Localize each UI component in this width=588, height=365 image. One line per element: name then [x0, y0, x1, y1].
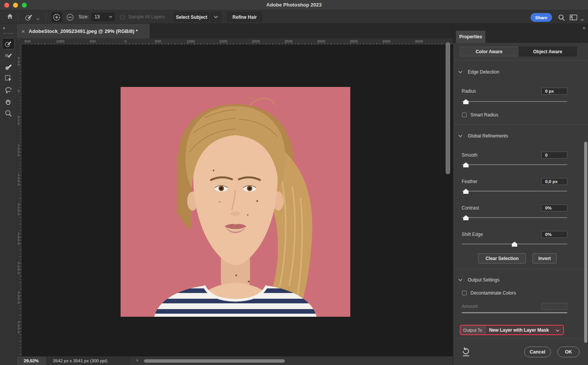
title-bar: Adobe Photoshop 2023 [0, 0, 588, 10]
output-to-label: Output To [461, 326, 485, 334]
radius-input[interactable]: 0 px [541, 88, 567, 95]
panel-grip[interactable] [3, 33, 13, 34]
output-settings-header[interactable]: Output Settings [458, 277, 500, 283]
chevron-down-icon[interactable] [555, 327, 563, 334]
h-ruler-label: 1000 [56, 39, 64, 43]
vertical-ruler-labels: 5 0 005 0 01 0 0 01 5 0 02 0 0 02 5 0 03… [17, 45, 22, 356]
decontaminate-colors-label: Decontaminate Colors [470, 290, 516, 296]
feather-slider-thumb[interactable] [463, 189, 469, 194]
tool-object-selection[interactable] [2, 73, 14, 84]
decontaminate-colors-row[interactable]: Decontaminate Colors [462, 290, 516, 296]
search-icon[interactable] [558, 14, 565, 23]
smart-radius-checkbox[interactable] [462, 113, 467, 117]
tool-brush[interactable] [2, 62, 14, 72]
object-aware-button[interactable]: Object Aware [518, 47, 577, 56]
section-title: Global Refinements [468, 133, 508, 139]
invert-button[interactable]: Invert [532, 253, 557, 264]
divider [453, 60, 588, 61]
subtract-from-selection-button[interactable] [65, 12, 75, 22]
status-bar: 29,02% 3542 px x 3541 px (300 ppi) › [17, 356, 453, 365]
v-ruler-label: 3 5 0 0 [18, 291, 20, 304]
h-ruler-label: 1500 [219, 39, 227, 43]
portrait-image [121, 87, 350, 317]
v-ruler-label: 1 0 0 0 [18, 144, 20, 157]
amount-input-disabled [541, 303, 567, 310]
v-ruler-label: 2 0 0 0 [18, 203, 20, 216]
select-subject-button[interactable]: Select Subject [174, 12, 209, 22]
tool-zoom[interactable] [2, 108, 14, 119]
h-ruler-label: 1000 [186, 39, 194, 43]
smooth-label: Smooth [462, 152, 477, 158]
global-refinements-header[interactable]: Global Refinements [458, 133, 508, 139]
output-to-select[interactable]: New Layer with Layer Mask [485, 327, 555, 333]
document-size: 3542 px x 3541 px (300 ppi) [46, 357, 130, 365]
mode-segmented-control: Color Aware Object Aware [460, 47, 577, 56]
close-tab-icon[interactable]: × [21, 28, 25, 34]
workspace-switcher-icon[interactable] [570, 15, 577, 22]
select-subject-dropdown-button[interactable] [211, 12, 221, 22]
edge-detection-header[interactable]: Edge Detection [458, 69, 499, 75]
share-button[interactable]: Share [531, 13, 552, 22]
smart-radius-row[interactable]: Smart Radius [462, 112, 498, 118]
tab-properties[interactable]: Properties [456, 31, 485, 43]
tool-quick-selection[interactable] [2, 38, 14, 49]
clear-selection-button[interactable]: Clear Selection [478, 253, 526, 264]
v-ruler-label: 5 0 0 [18, 57, 20, 67]
h-ruler-label: 0 [124, 39, 126, 43]
chevron-down-icon[interactable] [36, 15, 40, 22]
v-ruler-label: 0 [18, 90, 20, 93]
color-aware-button[interactable]: Color Aware [460, 47, 518, 56]
canvas-horizontal-scrollbar[interactable] [144, 359, 285, 363]
smart-radius-label: Smart Radius [470, 112, 498, 118]
divider [453, 124, 588, 125]
collapse-panel-icon[interactable]: » [3, 25, 5, 31]
quick-selection-brush-icon[interactable] [24, 13, 34, 23]
properties-panel: Color Aware Object Aware Edge Detection … [453, 43, 588, 365]
h-ruler-label: 4000 [382, 39, 390, 43]
h-ruler-label: 3500 [350, 39, 358, 43]
collapse-panel-icon[interactable]: » [583, 25, 585, 31]
shift-edge-label: Shift Edge [462, 232, 483, 237]
decontaminate-colors-checkbox[interactable] [462, 291, 467, 295]
shift-edge-slider-thumb[interactable] [512, 242, 517, 247]
radius-slider-track[interactable] [462, 101, 567, 102]
sample-all-layers-label: Sample All Layers [128, 14, 165, 20]
section-title: Output Settings [468, 277, 500, 283]
window-title: Adobe Photoshop 2023 [0, 2, 588, 8]
cancel-button[interactable]: Cancel [524, 347, 551, 357]
contrast-input[interactable]: 0% [541, 205, 567, 211]
h-ruler-label: 3000 [317, 39, 325, 43]
reset-icon[interactable] [462, 347, 471, 358]
ok-button[interactable]: OK [557, 347, 580, 357]
panel-scrollbar[interactable] [584, 142, 587, 343]
document-tab[interactable]: × AdobeStock_209523491.jpeg @ 29% (RGB/8… [17, 24, 150, 38]
tool-lasso[interactable] [2, 85, 14, 96]
feather-slider-track[interactable] [462, 191, 567, 192]
tool-refine-edge-brush[interactable] [2, 50, 14, 61]
shift-edge-input[interactable]: 0% [541, 231, 567, 238]
zoom-level[interactable]: 29,02% [17, 357, 46, 365]
status-options-icon[interactable]: › [136, 357, 138, 363]
canvas-vertical-scrollbar[interactable] [446, 42, 450, 174]
contrast-slider-thumb[interactable] [463, 215, 469, 220]
feather-input[interactable]: 0,0 px [541, 178, 567, 185]
v-ruler-label: 3 0 0 0 [18, 262, 20, 275]
brush-size-dropdown[interactable] [107, 13, 114, 21]
v-ruler-label: 5 0 0 [18, 116, 20, 126]
smooth-slider-thumb[interactable] [463, 162, 469, 167]
tool-hand[interactable] [2, 97, 14, 107]
smooth-slider-track[interactable] [462, 164, 567, 165]
add-to-selection-button[interactable] [51, 12, 62, 22]
brush-size-input[interactable]: 13 [91, 13, 107, 21]
sample-all-layers-checkbox[interactable] [120, 15, 125, 20]
radius-slider-thumb[interactable] [463, 99, 469, 104]
smooth-input[interactable]: 0 [541, 152, 567, 159]
refine-hair-button[interactable]: Refine Hair [227, 12, 262, 22]
home-icon[interactable] [6, 13, 14, 22]
contrast-slider-track[interactable] [462, 217, 567, 218]
feather-label: Feather [462, 179, 477, 184]
v-ruler-label: 2 5 0 0 [18, 232, 20, 245]
separator [18, 13, 18, 21]
canvas-area[interactable] [22, 45, 453, 356]
chevron-down-icon[interactable] [580, 16, 584, 23]
